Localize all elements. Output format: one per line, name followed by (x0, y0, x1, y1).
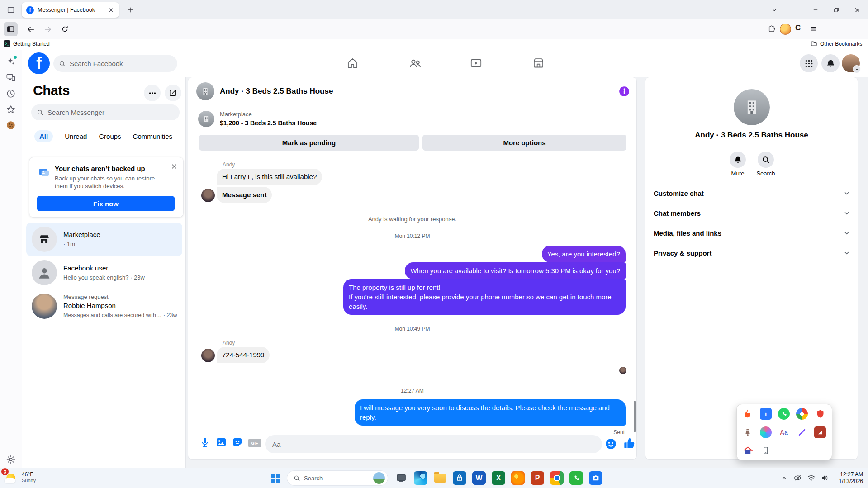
shield-extension-icon[interactable] (814, 408, 826, 420)
message-outgoing[interactable]: Yes, are you interested? (542, 246, 626, 262)
tray-volume-icon[interactable] (821, 474, 829, 482)
synced-tabs-icon[interactable] (6, 72, 16, 83)
message-incoming[interactable]: Message sent (217, 187, 272, 203)
feather-icon[interactable] (796, 426, 808, 438)
tab-groups[interactable]: Groups (99, 133, 121, 140)
nav-home-icon[interactable] (346, 57, 359, 70)
nav-friends-icon[interactable] (409, 57, 422, 70)
extensions-button[interactable] (765, 23, 778, 35)
conversation-info-icon[interactable] (618, 85, 630, 97)
red-box-icon[interactable] (814, 426, 826, 438)
close-window-button[interactable] (849, 4, 865, 16)
conversation-row-facebook-user[interactable]: Facebook user Hello you speak english? ·… (26, 256, 182, 289)
taskbar-store-icon[interactable] (453, 471, 466, 485)
mute-button[interactable] (730, 152, 746, 168)
search-in-conversation-button[interactable] (758, 152, 774, 168)
taskbar-chrome-icon[interactable] (550, 471, 564, 485)
mark-as-pending-button[interactable]: Mark as pending (199, 135, 419, 151)
minimize-button[interactable] (808, 4, 823, 16)
mobile-phone-icon[interactable] (760, 445, 772, 456)
facebook-logo[interactable]: f (28, 52, 50, 74)
conversation-row-marketplace[interactable]: Marketplace · 1m (26, 223, 182, 256)
apps-menu-button[interactable] (800, 54, 818, 72)
notifications-button[interactable] (821, 54, 840, 72)
reload-button[interactable] (58, 22, 72, 36)
taskbar-camera-app-icon[interactable] (589, 471, 602, 485)
restore-button[interactable] (829, 4, 844, 16)
profile-avatar[interactable] (842, 54, 860, 72)
tab-communities[interactable]: Communities (133, 133, 173, 140)
list-all-tabs-button[interactable] (769, 5, 780, 15)
pinwheel-icon[interactable] (796, 408, 808, 420)
messenger-search-input[interactable]: Search Messenger (31, 104, 180, 120)
lantern-icon[interactable] (742, 426, 754, 438)
back-button[interactable] (24, 22, 38, 36)
taskbar-search-box[interactable]: Search (287, 470, 388, 486)
chat-scrollbar-thumb[interactable] (634, 401, 636, 432)
taskbar-file-explorer-icon[interactable] (433, 471, 447, 485)
attach-image-button[interactable] (216, 437, 228, 449)
message-outgoing[interactable]: I will message you very soon to discuss … (355, 399, 626, 426)
tray-show-hidden-icons[interactable] (781, 475, 789, 483)
color-orb-icon[interactable] (760, 426, 772, 438)
chats-options-button[interactable] (144, 85, 161, 101)
settings-icon[interactable] (6, 455, 16, 465)
more-options-button[interactable]: More options (422, 135, 626, 151)
new-message-button[interactable] (165, 85, 181, 101)
tray-wifi-icon[interactable] (807, 474, 816, 482)
chat-title[interactable]: Andy · 3 Beds 2.5 Baths House (220, 87, 333, 96)
new-tab-button[interactable] (125, 5, 136, 15)
bookmarks-sidebar-icon[interactable] (6, 104, 16, 115)
message-incoming[interactable]: Hi Larry L, is this still available? (217, 169, 322, 185)
conversation-row-robbie-hampson[interactable]: Message request Robbie Hampson Messages … (26, 289, 182, 323)
chat-avatar-house[interactable] (196, 82, 214, 100)
start-button[interactable] (270, 473, 281, 483)
tab-all[interactable]: All (34, 130, 53, 142)
flame-icon[interactable] (742, 408, 754, 420)
section-customize-chat[interactable]: Customize chat (649, 183, 855, 203)
emoji-button[interactable] (605, 438, 617, 450)
taskbar-word-icon[interactable]: W (472, 471, 486, 485)
letters-icon[interactable]: Aa (778, 426, 790, 438)
taskbar-excel-icon[interactable]: X (492, 471, 505, 485)
section-privacy-support[interactable]: Privacy & support (649, 243, 855, 263)
taskbar-powerpoint-icon[interactable]: P (531, 471, 544, 485)
message-outgoing[interactable]: When you are available to visit? Is tomo… (405, 262, 626, 279)
fix-now-button[interactable]: Fix now (37, 196, 175, 211)
weather-widget[interactable]: 3 46°F Sunny (4, 470, 36, 484)
dismiss-close-icon[interactable] (171, 163, 178, 170)
forward-button[interactable] (41, 22, 55, 36)
taskbar-edge-icon[interactable] (414, 471, 427, 485)
firefox-view-button[interactable] (5, 4, 17, 16)
taskbar-firefox-icon[interactable] (511, 471, 525, 485)
browser-tab[interactable]: f Messenger | Facebook (22, 2, 119, 18)
tray-eye-icon[interactable] (793, 474, 802, 482)
info-extension-icon[interactable]: i (760, 408, 772, 420)
bookmark-getting-started[interactable]: Getting Started (4, 40, 50, 47)
message-incoming[interactable]: 724-544-1999 (217, 347, 270, 363)
taskbar-whatsapp-icon[interactable] (569, 471, 583, 485)
whatsapp-icon[interactable] (778, 408, 790, 420)
facebook-search-input[interactable]: Search Facebook (53, 55, 177, 72)
listing-title[interactable]: $1,200 - 3 Beds 2.5 Baths House (220, 119, 317, 127)
message-input[interactable]: Aa (265, 435, 602, 453)
taskbar-desktops-icon[interactable] (394, 471, 408, 485)
sidebar-toggle-button[interactable] (4, 22, 18, 36)
section-chat-members[interactable]: Chat members (649, 203, 855, 223)
nav-watch-icon[interactable] (470, 57, 483, 70)
menu-button[interactable] (807, 23, 820, 35)
section-media-files-links[interactable]: Media, files and links (649, 223, 855, 243)
gif-button[interactable]: GIF (248, 439, 261, 447)
cookie-extension-icon[interactable] (6, 120, 16, 131)
monkey-extension-icon[interactable] (780, 24, 791, 35)
history-icon[interactable] (6, 89, 16, 99)
tray-clock[interactable]: 12:27 AM 1/13/2026 (833, 471, 863, 485)
other-bookmarks[interactable]: Other Bookmarks (811, 40, 862, 47)
voice-message-button[interactable] (199, 437, 211, 449)
c-extension-icon[interactable]: C (795, 24, 801, 33)
nav-marketplace-icon[interactable] (532, 57, 545, 70)
message-outgoing[interactable]: The property is still up for rent! If yo… (343, 279, 626, 315)
like-button[interactable] (623, 437, 636, 450)
home-extension-icon[interactable] (742, 445, 754, 456)
sticker-button[interactable] (232, 437, 244, 449)
